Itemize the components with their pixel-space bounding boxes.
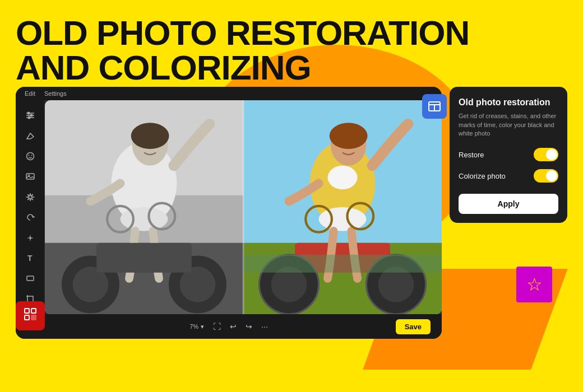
svg-rect-1 (31, 309, 36, 313)
star-icon: ☆ (526, 276, 543, 293)
svg-point-7 (27, 112, 30, 115)
apply-button[interactable]: Apply (459, 194, 558, 214)
settings-label[interactable]: Settings (44, 90, 67, 97)
restore-label: Restore (459, 151, 484, 159)
tool-sparkle[interactable] (20, 229, 40, 246)
title-line2: AND COLORIZING (16, 50, 469, 85)
panel-icon-button[interactable] (422, 94, 447, 119)
svg-point-37 (330, 123, 368, 149)
red-badge-button[interactable] (16, 301, 45, 330)
editor-toolbar: Edit Settings (16, 87, 442, 100)
colorize-row: Colorize photo (459, 169, 558, 183)
restore-toggle-knob (546, 149, 557, 160)
restore-row: Restore (459, 148, 558, 161)
svg-rect-3 (31, 315, 36, 320)
tool-text[interactable]: T (20, 250, 40, 267)
title-line1: OLD PHOTO RESTORATION (16, 16, 469, 50)
restore-toggle[interactable] (534, 148, 558, 161)
svg-point-9 (27, 116, 30, 119)
tool-sliders[interactable] (20, 107, 40, 124)
tool-magic[interactable] (20, 189, 40, 206)
save-button[interactable]: Save (396, 319, 431, 334)
selection-icon (23, 307, 38, 325)
photo-bw (45, 100, 243, 314)
colorize-label: Colorize photo (459, 172, 506, 180)
main-title: OLD PHOTO RESTORATION AND COLORIZING (16, 16, 469, 85)
redo-icon[interactable]: ↪ (246, 322, 252, 331)
svg-point-12 (31, 155, 32, 156)
svg-rect-16 (27, 276, 34, 281)
svg-rect-30 (96, 243, 192, 273)
zoom-value: 7% (189, 323, 198, 330)
svg-rect-0 (25, 309, 29, 313)
zoom-dropdown-icon[interactable]: ▾ (201, 323, 204, 330)
svg-point-11 (28, 155, 29, 156)
tool-frame[interactable] (20, 270, 40, 287)
editor-window: Edit Settings (16, 87, 442, 339)
colorize-toggle-knob (546, 170, 557, 181)
photo-color (243, 100, 442, 314)
more-icon[interactable]: ··· (261, 322, 268, 331)
comparison-divider (243, 100, 244, 314)
expand-icon[interactable]: ⛶ (213, 322, 221, 331)
editor-content: T (16, 100, 442, 314)
svg-point-8 (30, 114, 33, 117)
panel-description: Get rid of creases, stains, and other ma… (459, 112, 558, 138)
restoration-panel: Old photo restoration Get rid of creases… (450, 87, 567, 223)
tool-image[interactable] (20, 168, 40, 185)
svg-point-22 (131, 123, 169, 149)
canvas-area (45, 100, 442, 314)
svg-point-35 (327, 166, 357, 189)
left-sidebar: T (16, 100, 45, 314)
zoom-display: 7% ▾ (189, 323, 204, 330)
tool-rotate[interactable] (20, 209, 40, 226)
undo-icon[interactable]: ↩ (230, 322, 237, 331)
svg-text:T: T (27, 254, 33, 263)
edit-label[interactable]: Edit (25, 90, 35, 97)
svg-point-23 (121, 207, 168, 231)
tool-face[interactable] (20, 148, 40, 165)
svg-rect-2 (25, 315, 29, 320)
panel-title: Old photo restoration (459, 97, 558, 108)
svg-rect-45 (243, 255, 442, 273)
tool-eraser[interactable] (20, 127, 40, 144)
star-badge: ☆ (516, 267, 552, 302)
svg-rect-13 (26, 174, 34, 179)
svg-point-10 (26, 153, 34, 160)
editor-bottom: 7% ▾ ⛶ ↩ ↪ ··· Save (16, 314, 442, 339)
colorize-toggle[interactable] (534, 169, 558, 183)
svg-point-38 (319, 207, 367, 231)
